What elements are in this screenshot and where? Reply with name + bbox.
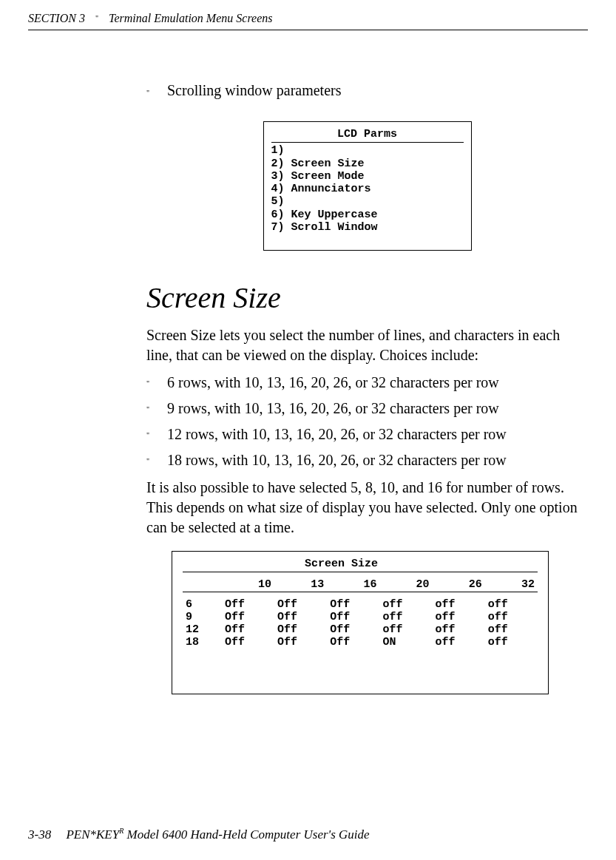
screen-size-box: Screen Size 10 13 16 20 26 32 6 Off Off <box>172 551 549 694</box>
row-label: 12 <box>183 623 222 636</box>
list-item: " 6 rows, with 10, 13, 16, 20, 26, or 32… <box>146 373 588 393</box>
screen-size-title-row: Screen Size <box>183 558 538 572</box>
cell: off <box>433 611 485 623</box>
cell: Off <box>274 623 327 636</box>
paragraph: Screen Size lets you select the number o… <box>146 325 588 365</box>
row-label: 6 <box>183 598 222 611</box>
options-list: " 6 rows, with 10, 13, 16, 20, 26, or 32… <box>146 373 588 470</box>
running-header: SECTION 3 " Terminal Emulation Menu Scre… <box>28 12 588 30</box>
product-name-suffix: Model 6400 Hand-Held Computer User's Gui… <box>123 827 369 842</box>
content-column: " Scrolling window parameters LCD Parms … <box>146 30 588 694</box>
bullet-marker: " <box>146 373 154 393</box>
option-text: 9 rows, with 10, 13, 16, 20, 26, or 32 c… <box>167 399 499 419</box>
paragraph: It is also possible to have selected 5, … <box>146 478 588 538</box>
bullet-marker: " <box>146 424 154 444</box>
running-title: Terminal Emulation Menu Screens <box>109 12 272 25</box>
lcd-parms-line: 6) Key Uppercase <box>271 209 464 221</box>
list-item: " 12 rows, with 10, 13, 16, 20, 26, or 3… <box>146 424 588 444</box>
lcd-parms-box: LCD Parms 1) 2) Screen Size 3) Screen Mo… <box>263 121 472 251</box>
lcd-parms-line: 5) <box>271 195 464 208</box>
cell: off <box>485 598 538 611</box>
intro-bullet-row: " Scrolling window parameters <box>146 82 588 99</box>
section-label: SECTION 3 <box>28 12 85 25</box>
cell: Off <box>327 623 379 636</box>
lcd-parms-line: 2) Screen Size <box>271 158 464 170</box>
cell: Off <box>222 623 274 636</box>
cell: off <box>485 623 538 636</box>
header-bullet: " <box>95 14 98 22</box>
table-row: 6 Off Off Off off off off <box>183 598 538 611</box>
list-item: " 9 rows, with 10, 13, 16, 20, 26, or 32… <box>146 399 588 419</box>
page: SECTION 3 " Terminal Emulation Menu Scre… <box>0 0 616 860</box>
option-text: 12 rows, with 10, 13, 16, 20, 26, or 32 … <box>167 424 507 444</box>
table-row: 18 Off Off Off ON off off <box>183 636 538 649</box>
cell: Off <box>222 611 274 623</box>
cell: off <box>433 598 485 611</box>
col-header: 13 <box>274 578 327 592</box>
cell: Off <box>274 611 327 623</box>
col-header: 26 <box>433 578 485 592</box>
cell: Off <box>222 636 274 649</box>
cell: off <box>433 623 485 636</box>
bullet-marker: " <box>146 450 154 470</box>
list-item: " 18 rows, with 10, 13, 16, 20, 26, or 3… <box>146 450 588 470</box>
table-header-row: 10 13 16 20 26 32 <box>183 578 538 592</box>
lcd-parms-line: 4) Annunciators <box>271 183 464 195</box>
option-text: 18 rows, with 10, 13, 16, 20, 26, or 32 … <box>167 450 507 470</box>
col-header: 16 <box>327 578 379 592</box>
cell: off <box>379 598 432 611</box>
cell: Off <box>274 598 327 611</box>
col-header: 10 <box>222 578 274 592</box>
col-header: 32 <box>485 578 538 592</box>
row-label: 9 <box>183 611 222 623</box>
cell: off <box>485 636 538 649</box>
cell: Off <box>327 598 379 611</box>
section-title: Screen Size <box>146 280 588 315</box>
cell: off <box>379 623 432 636</box>
lcd-parms-line: 3) Screen Mode <box>271 170 464 183</box>
cell: Off <box>327 611 379 623</box>
bullet-marker: " <box>146 399 154 419</box>
cell: Off <box>222 598 274 611</box>
option-text: 6 rows, with 10, 13, 16, 20, 26, or 32 c… <box>167 373 499 393</box>
cell: Off <box>327 636 379 649</box>
product-name-prefix: PEN*KEY <box>66 827 119 842</box>
page-footer: 3-38 PEN*KEYR Model 6400 Hand-Held Compu… <box>28 827 370 842</box>
table-row: 12 Off Off Off off off off <box>183 623 538 636</box>
screen-size-title: Screen Size <box>183 558 378 570</box>
page-number: 3-38 <box>28 827 51 842</box>
cell: off <box>379 611 432 623</box>
col-header: 20 <box>379 578 432 592</box>
bullet-marker: " <box>146 82 154 97</box>
row-label: 18 <box>183 636 222 649</box>
cell: off <box>485 611 538 623</box>
screen-size-table: 10 13 16 20 26 32 6 Off Off Off off off … <box>183 578 538 649</box>
lcd-parms-title: LCD Parms <box>271 128 464 143</box>
cell: off <box>433 636 485 649</box>
table-row: 9 Off Off Off off off off <box>183 611 538 623</box>
cell: ON <box>379 636 432 649</box>
cell: Off <box>274 636 327 649</box>
intro-bullet-text: Scrolling window parameters <box>167 82 588 99</box>
lcd-parms-line: 7) Scroll Window <box>271 221 464 234</box>
lcd-parms-line: 1) <box>271 144 464 157</box>
